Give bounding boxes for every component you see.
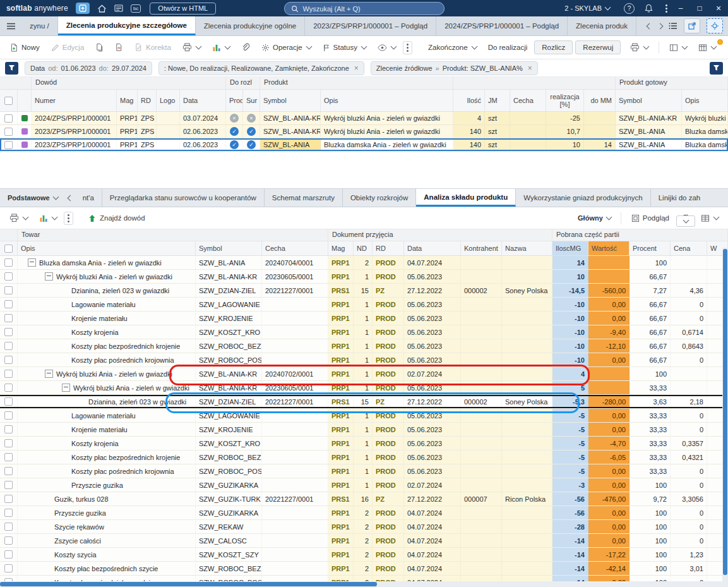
row-checkbox[interactable] — [4, 439, 13, 447]
hamburger-menu-icon[interactable] — [0, 16, 21, 35]
correction-button[interactable]: Korekta — [130, 40, 176, 54]
component-row[interactable]: Zszycie całościSZW_CALOSCPRP12PROD04.07.… — [0, 534, 728, 548]
row-checkbox[interactable] — [4, 314, 13, 322]
filter-chip[interactable]: Zlecenie źródłowe»Produkt: SZW_BL-ANIA%× — [371, 61, 538, 75]
row-checkbox[interactable] — [4, 550, 13, 559]
component-row[interactable]: Krojenie materiałuSZW_KROJENIEPRP11PROD0… — [0, 312, 728, 325]
col-mag[interactable]: Mag — [328, 241, 354, 255]
tree-expander-icon[interactable] — [45, 272, 53, 281]
detail-print-button[interactable] — [5, 211, 32, 225]
preview-button[interactable]: Podgląd — [627, 212, 674, 225]
component-row[interactable]: Koszty krojeniaSZW_KOSZT_KROPRP11PROD05.… — [0, 325, 728, 339]
copy-document-button[interactable] — [91, 40, 108, 54]
view-selector[interactable]: Podstawowe — [0, 189, 66, 207]
component-row[interactable]: Koszty płac bezpośrednich krojenieSZW_RO… — [0, 451, 728, 464]
main-view-selector[interactable]: Główny — [574, 214, 615, 222]
tab-2024-zps-prp1-000001-podgl-d[interactable]: 2024/ZPS/PRP1/000001 – Podgląd — [436, 16, 568, 35]
tab-zynu-[interactable]: zynu / — [21, 16, 58, 35]
component-row[interactable]: Szycie rękawówSZW_REKAWPRP12PROD04.07.20… — [0, 520, 728, 534]
col-opis-gotowy[interactable]: Opis — [682, 90, 728, 111]
filter-chip[interactable]: Dataod:01.06.2023do:29.07.2024 — [25, 61, 152, 75]
detail-grid-settings-button[interactable] — [696, 212, 723, 225]
vertical-scrollbar-thumb[interactable] — [723, 249, 727, 575]
col-logo[interactable]: Logo — [157, 90, 180, 111]
col-mag[interactable]: Mag — [117, 90, 138, 111]
panel-layout-button[interactable] — [665, 41, 691, 54]
horizontal-scrollbar[interactable] — [0, 581, 728, 587]
row-checkbox[interactable] — [4, 495, 13, 503]
detail-tab-przegl-darka-stanu-surowc-w-u-kooperant-w[interactable]: Przeglądarka stanu surowców u kooperantó… — [102, 189, 265, 207]
detail-tab-wykorzystanie-gniazd-produkcyjnych[interactable]: Wykorzystanie gniazd produkcyjnych — [516, 189, 650, 207]
component-row[interactable]: Guzik, turkus 028SZW_GUZIK-TURK20221227/… — [0, 492, 728, 506]
collapse-panel-button[interactable] — [676, 215, 695, 227]
order-row[interactable]: 2023/ZPS/PRP1/000001PRP1ZPS02.06.2023✓✓S… — [0, 138, 728, 152]
row-checkbox[interactable] — [4, 411, 13, 420]
filter-settings-button[interactable] — [710, 62, 723, 75]
col-prod[interactable]: Prod — [226, 90, 243, 111]
row-checkbox[interactable] — [4, 384, 13, 392]
component-row[interactable]: Koszty szyciaSZW_KOSZT_SZYPRP12PROD04.07… — [0, 548, 728, 562]
col-rd[interactable]: RD — [373, 241, 404, 255]
col-sur[interactable]: Sur — [243, 90, 260, 111]
tab-zlecenia-produkcyjne-szczeg-owe[interactable]: Zlecenia produkcyjne szczegółowe — [58, 16, 196, 35]
row-checkbox[interactable] — [4, 467, 13, 475]
tree-expander-icon[interactable] — [28, 258, 36, 267]
col-symbol[interactable]: Symbol — [196, 241, 262, 255]
detail-tab-nt-a[interactable]: nt'a — [75, 189, 102, 207]
close-button[interactable]: × — [709, 0, 728, 16]
component-row[interactable]: Koszty płac bezpośrednich krojenieSZW_RO… — [0, 339, 728, 353]
row-checkbox[interactable] — [4, 481, 13, 489]
detail-chart-button[interactable] — [35, 212, 61, 225]
reserve-button[interactable]: Rezerwuj — [575, 40, 621, 54]
notifications-bell-icon[interactable] — [645, 4, 653, 13]
col-symbol[interactable]: Symbol — [260, 90, 321, 111]
component-row[interactable]: Przyszcie guzikaSZW_GUZIKARKAPRP11PROD02… — [0, 478, 728, 492]
open-html-button[interactable]: Otwórz w HTML — [150, 3, 216, 15]
row-checkbox[interactable] — [4, 272, 13, 281]
col-opis[interactable]: Opis — [321, 90, 453, 111]
toolbar-more-icon[interactable] — [403, 41, 412, 54]
news-icon[interactable] — [114, 2, 123, 15]
component-row[interactable]: Lagowanie materiałuSZW_LAGOWANIEPRP11PRO… — [0, 409, 728, 423]
component-row[interactable]: Dzianina, zieleń 023 w gwiazdkiSZW_DZIAN… — [0, 395, 728, 409]
tab-zlecenia-produkcyjne-og-lne[interactable]: Zlecenia produkcyjne ogólne — [196, 16, 305, 35]
row-checkbox[interactable] — [4, 523, 13, 531]
col-opis[interactable]: Opis — [18, 241, 196, 255]
col-data[interactable]: Data — [404, 241, 461, 255]
detail-tabs-scroll-left-icon[interactable] — [66, 189, 75, 207]
row-checkbox[interactable] — [4, 328, 13, 336]
to-realization-button[interactable]: Do realizacji — [484, 41, 532, 54]
col-procent[interactable]: Procent — [630, 241, 671, 255]
row-checkbox[interactable] — [4, 425, 13, 433]
row-checkbox[interactable] — [4, 286, 13, 294]
component-row[interactable]: Koszty płac pośrednich krojowniaSZW_ROBO… — [0, 464, 728, 478]
print-button[interactable] — [178, 40, 205, 54]
col-jm[interactable]: JM — [485, 90, 510, 111]
chart-button[interactable] — [208, 41, 234, 54]
component-row[interactable]: Krojenie materiałuSZW_KROJENIEPRP11PROD0… — [0, 423, 728, 437]
help-icon[interactable]: ? — [624, 3, 635, 14]
statuses-button[interactable]: Statusy — [318, 41, 371, 54]
app-logo-icon[interactable] — [76, 3, 90, 14]
tree-expander-icon[interactable] — [62, 384, 70, 392]
operations-button[interactable]: Operacje — [257, 41, 316, 54]
alerts-settings-button[interactable] — [694, 41, 720, 54]
row-checkbox[interactable] — [4, 258, 13, 267]
detail-tab-analiza-sk-adu-produktu[interactable]: Analiza składu produktu — [416, 189, 516, 207]
chip-close-icon[interactable]: × — [528, 64, 532, 73]
col-do-mm[interactable]: do MM — [584, 90, 616, 111]
col-cena[interactable]: Cena — [671, 241, 707, 255]
row-checkbox[interactable] — [4, 114, 13, 123]
row-checkbox[interactable] — [4, 370, 13, 378]
col-ilosc[interactable]: Ilość — [453, 90, 485, 111]
row-checkbox[interactable] — [4, 356, 13, 364]
row-checkbox[interactable] — [4, 564, 13, 572]
component-row[interactable]: Przyszcie guzikaSZW_GUZIKARKAPRP12PROD04… — [0, 506, 728, 520]
tab-list-icon[interactable] — [669, 22, 677, 30]
order-row[interactable]: 2023/ZPS/PRP1/000001PRP1ZPS02.06.2023✓✓S… — [0, 125, 728, 138]
col-symbol-gotowy[interactable]: Symbol — [616, 90, 682, 111]
preview-menu-button[interactable] — [373, 42, 400, 54]
settle-button[interactable]: Rozlicz — [534, 40, 573, 54]
find-document-button[interactable]: Znajdź dowód — [85, 214, 149, 223]
theme-toggle-button[interactable] — [707, 18, 723, 33]
